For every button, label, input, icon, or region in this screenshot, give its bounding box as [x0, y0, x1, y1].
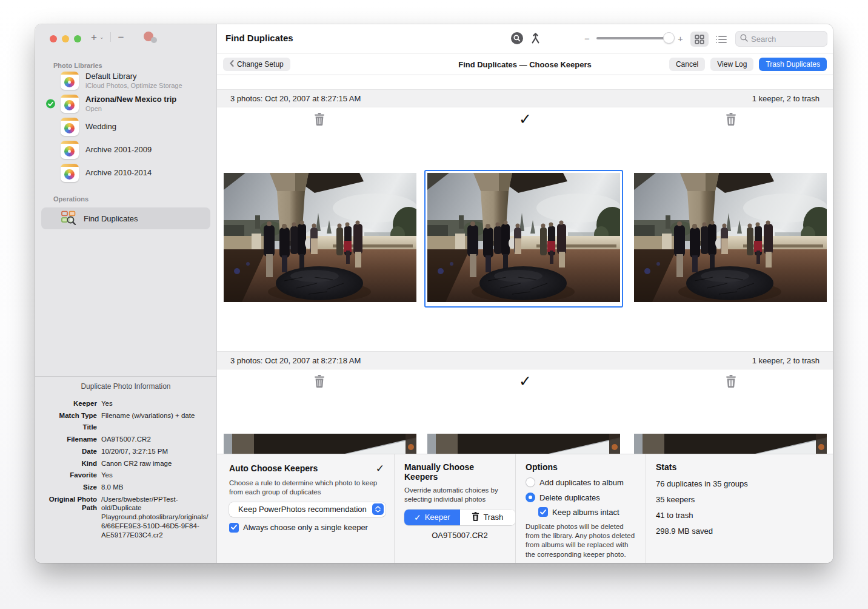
view-log-button[interactable]: View Log [710, 58, 753, 71]
slider-thumb[interactable] [663, 32, 675, 44]
sidebar: + ⌄ − Photo Libraries Default Library iC… [35, 24, 217, 563]
zoom-window-button[interactable] [74, 35, 81, 42]
info-label: Match Type [40, 411, 97, 420]
manual-choose-description: Override automatic choices by selecting … [404, 486, 507, 504]
sidebar-item-archive-2001-2009[interactable]: Archive 2001-2009 [35, 138, 216, 161]
add-duplicates-radio[interactable] [526, 477, 535, 487]
duplicate-photo-info-panel: Duplicate Photo Information Keeper Yes M… [35, 376, 216, 563]
stats-section: Stats 76 duplicates in 35 groups 35 keep… [646, 454, 833, 563]
info-value: 8.0 MB [101, 483, 209, 492]
info-label: Original Photo Path [40, 495, 97, 540]
toolbar-divider [110, 32, 111, 42]
merge-icon[interactable] [530, 32, 541, 44]
library-subtitle: Open [85, 105, 176, 113]
group-summary: 1 keeper, 2 to trash [752, 356, 820, 365]
window-title: Find Duplicates [225, 33, 293, 43]
cancel-button[interactable]: Cancel [669, 58, 705, 71]
close-window-button[interactable] [50, 35, 57, 42]
single-keeper-checkbox[interactable] [229, 523, 239, 533]
group-title: 3 photos: Oct 20, 2007 at 8:27:18 AM [230, 356, 361, 365]
single-keeper-label: Always choose only a single keeper [243, 523, 368, 532]
photos-library-icon [61, 164, 79, 182]
options-section: Options Add duplicates to album Delete d… [515, 454, 646, 563]
chevron-left-icon [230, 60, 234, 69]
selected-photo-frame [424, 170, 623, 308]
collapse-button[interactable]: − [118, 32, 124, 42]
chevron-down-icon[interactable]: ⌄ [99, 34, 104, 40]
trash-segment-label: Trash [483, 513, 503, 522]
library-name: Archive 2001-2009 [85, 145, 152, 155]
stat-line: 41 to trash [656, 511, 824, 520]
search-circle-icon[interactable] [511, 32, 523, 44]
info-label: Title [40, 423, 97, 432]
info-label: Keeper [40, 399, 97, 408]
section-photo-libraries: Photo Libraries [35, 62, 216, 69]
keeper-check-icon[interactable]: ✓ [519, 374, 532, 389]
auto-choose-description: Choose a rule to determine which photo t… [229, 479, 386, 497]
change-setup-button[interactable]: Change Setup [223, 58, 290, 71]
trash-icon[interactable] [314, 113, 325, 126]
operation-label: Find Duplicates [84, 214, 138, 223]
zoom-in-label[interactable]: + [678, 33, 683, 44]
sidebar-item-find-duplicates[interactable]: Find Duplicates [41, 207, 210, 229]
find-duplicates-icon [61, 209, 76, 227]
trash-icon[interactable] [726, 375, 736, 388]
info-label: Date [40, 447, 97, 456]
trash-icon[interactable] [726, 113, 736, 126]
photo-thumbnail[interactable] [224, 434, 416, 454]
photos-library-icon [61, 95, 79, 113]
minimize-window-button[interactable] [62, 35, 69, 42]
photo-thumbnail-selected[interactable] [427, 173, 620, 302]
info-panel-title: Duplicate Photo Information [35, 382, 216, 391]
photos-library-icon [61, 72, 79, 90]
list-view-button[interactable] [713, 32, 730, 47]
info-label: Favorite [40, 471, 97, 480]
keeper-segment-button[interactable]: ✓ Keeper [404, 510, 460, 525]
photo-thumbnail[interactable] [427, 434, 620, 454]
keeper-check-icon[interactable]: ✓ [519, 112, 532, 127]
sidebar-item-arizona-trip[interactable]: Arizona/New Mexico trip Open [35, 92, 216, 115]
info-value: 10/20/07, 3:27:15 PM [101, 447, 209, 456]
thumbnail-size-slider[interactable] [596, 37, 673, 39]
options-note: Duplicate photos will be deleted from th… [526, 522, 637, 559]
info-value [101, 423, 209, 432]
search-icon [740, 33, 748, 44]
add-library-button[interactable]: + [91, 32, 97, 42]
zoom-out-label[interactable]: − [584, 33, 590, 44]
keeper-trash-segmented-control: ✓ Keeper Trash [404, 510, 515, 525]
library-name: Default Library [85, 72, 182, 81]
merge-libraries-icon[interactable] [144, 31, 157, 43]
group-title: 3 photos: Oct 20, 2007 at 8:27:15 AM [230, 94, 361, 103]
sidebar-item-archive-2010-2014[interactable]: Archive 2010-2014 [35, 161, 216, 184]
delete-duplicates-radio[interactable] [526, 493, 535, 502]
trash-icon[interactable] [314, 375, 325, 388]
grid-view-button[interactable] [690, 32, 709, 47]
photo-thumbnail[interactable] [634, 173, 827, 302]
delete-duplicates-label: Delete duplicates [539, 493, 600, 502]
photo-thumbnail[interactable] [224, 173, 416, 302]
check-icon: ✓ [414, 513, 421, 522]
sidebar-item-wedding[interactable]: Wedding [35, 115, 216, 138]
keep-albums-checkbox[interactable] [538, 507, 548, 517]
auto-choose-title: Auto Choose Keepers [229, 463, 318, 473]
stats-title: Stats [656, 462, 676, 472]
stat-line: 35 keepers [656, 495, 824, 504]
info-value: Filename (w/variations) + date [101, 411, 209, 420]
photo-thumbnail[interactable] [634, 434, 827, 454]
options-title: Options [526, 462, 558, 472]
library-name: Arizona/New Mexico trip [85, 95, 176, 104]
trash-segment-button[interactable]: Trash [460, 510, 516, 525]
stepper-icon [372, 503, 384, 515]
info-label: Filename [40, 435, 97, 444]
section-operations: Operations [35, 195, 216, 203]
search-input[interactable] [751, 35, 818, 44]
keeper-rule-dropdown[interactable]: Keep PowerPhotos recommendation [229, 502, 386, 517]
add-duplicates-label: Add duplicates to album [539, 478, 624, 487]
main-area: Find Duplicates − + [217, 24, 833, 563]
library-subtitle: iCloud Photos, Optimize Storage [85, 82, 182, 90]
group-header: 3 photos: Oct 20, 2007 at 8:27:18 AM 1 k… [217, 351, 833, 369]
trash-duplicates-button[interactable]: Trash Duplicates [759, 58, 827, 71]
manually-choose-keepers-section: Manually Choose Keepers Override automat… [394, 454, 515, 563]
sidebar-item-default-library[interactable]: Default Library iCloud Photos, Optimize … [35, 69, 216, 92]
search-box [735, 31, 827, 47]
